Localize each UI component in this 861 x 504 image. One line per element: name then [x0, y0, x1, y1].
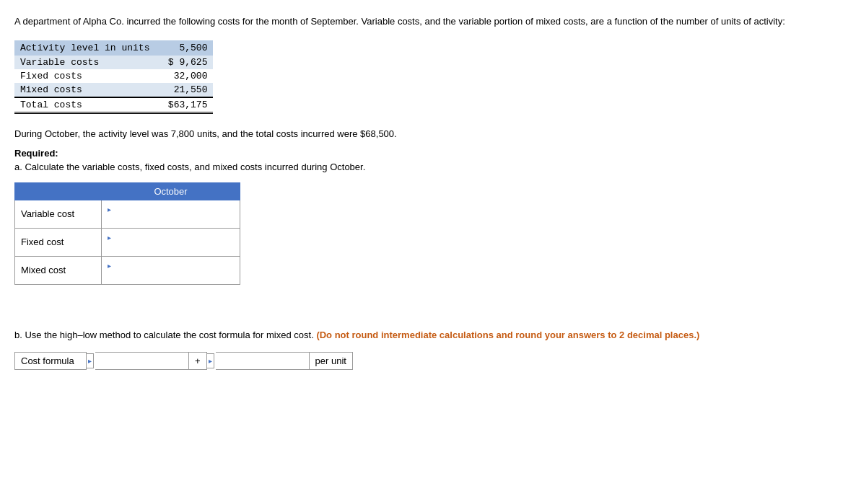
- oct-variable-input[interactable]: [108, 214, 234, 225]
- cost-formula-input2[interactable]: [216, 352, 310, 370]
- formula-triangle-icon2: ▸: [207, 353, 214, 368]
- fixed-triangle-icon: ▸: [108, 234, 111, 242]
- oct-mixed-label: Mixed cost: [15, 256, 102, 284]
- oct-mixed-input-cell[interactable]: ▸: [102, 256, 240, 284]
- oct-fixed-row: Fixed cost ▸: [15, 228, 240, 256]
- oct-header-blank: [15, 182, 102, 200]
- mixed-triangle-icon: ▸: [108, 262, 111, 270]
- oct-mixed-row: Mixed cost ▸: [15, 256, 240, 284]
- oct-fixed-input-cell[interactable]: ▸: [102, 228, 240, 256]
- activity-value: 5,500: [155, 40, 213, 56]
- oct-fixed-label: Fixed cost: [15, 228, 102, 256]
- oct-variable-row: Variable cost ▸: [15, 200, 240, 228]
- cost-formula-row: Cost formula ▸ + ▸ per unit: [14, 352, 847, 370]
- required-label: Required:: [14, 148, 58, 159]
- section-b-text: b. Use the high–low method to calculate …: [14, 328, 847, 342]
- cost-formula-input1[interactable]: [95, 352, 189, 370]
- during-text: During October, the activity level was 7…: [14, 128, 847, 139]
- fixed-costs-value: 32,000: [155, 69, 213, 83]
- activity-row: Activity level in units 5,500: [14, 40, 213, 56]
- variable-costs-label: Variable costs: [14, 56, 155, 69]
- variable-costs-row: Variable costs $ 9,625: [14, 56, 213, 69]
- intro-text: A department of Alpha Co. incurred the f…: [14, 14, 847, 29]
- calc-text: a. Calculate the variable costs, fixed c…: [14, 162, 847, 172]
- fixed-costs-label: Fixed costs: [14, 69, 155, 83]
- variable-costs-value: $ 9,625: [155, 56, 213, 69]
- total-costs-label: Total costs: [14, 97, 155, 113]
- oct-header-october: October: [102, 182, 240, 200]
- section-b-intro: b. Use the high–low method to calculate …: [14, 330, 314, 340]
- per-unit-label: per unit: [310, 352, 353, 370]
- mixed-costs-label: Mixed costs: [14, 83, 155, 97]
- section-b-bold: (Do not round intermediate calculations …: [316, 330, 699, 340]
- formula-triangle-icon1: ▸: [87, 353, 94, 368]
- cost-formula-label: Cost formula: [14, 352, 87, 370]
- required-section: Required:: [14, 148, 847, 159]
- oct-variable-input-cell[interactable]: ▸: [102, 200, 240, 228]
- september-table: Activity level in units 5,500 Variable c…: [14, 40, 213, 114]
- mixed-costs-row: Mixed costs 21,550: [14, 83, 213, 97]
- total-costs-value: $63,175: [155, 97, 213, 113]
- activity-label: Activity level in units: [14, 40, 155, 56]
- oct-variable-label: Variable cost: [15, 200, 102, 228]
- variable-triangle-icon: ▸: [108, 205, 111, 213]
- oct-mixed-input[interactable]: [108, 270, 234, 281]
- oct-fixed-input[interactable]: [108, 242, 234, 253]
- total-costs-row: Total costs $63,175: [14, 97, 213, 113]
- fixed-costs-row: Fixed costs 32,000: [14, 69, 213, 83]
- october-table: October Variable cost ▸ Fixed cost ▸ Mix…: [14, 182, 240, 285]
- formula-plus-sign: +: [189, 352, 207, 370]
- mixed-costs-value: 21,550: [155, 83, 213, 97]
